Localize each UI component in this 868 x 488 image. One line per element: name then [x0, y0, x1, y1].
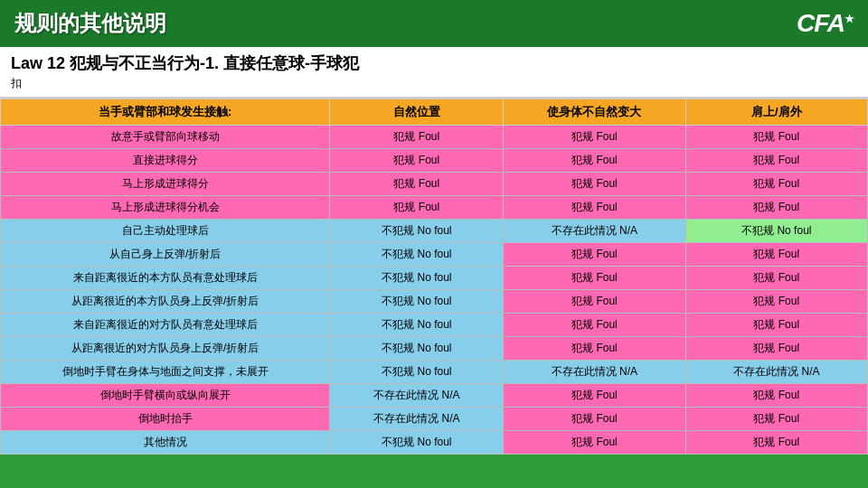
- cell-unnatural: 犯规 Foul: [504, 314, 685, 337]
- cell-natural: 不犯规 No foul: [330, 431, 504, 455]
- table-header-row: 当手或臂部和球发生接触: 自然位置 使身体不自然变大 肩上/肩外: [1, 99, 868, 126]
- cell-unnatural: 犯规 Foul: [504, 126, 685, 149]
- cell-natural: 犯规 Foul: [330, 149, 504, 173]
- cell-shoulder: 不存在此情况 N/A: [685, 361, 867, 384]
- cell-action: 马上形成进球得分机会: [1, 196, 330, 220]
- cell-action: 从自己身上反弹/折射后: [1, 243, 330, 267]
- cell-natural: 不犯规 No foul: [330, 361, 504, 384]
- cell-action: 故意手或臂部向球移动: [1, 126, 330, 149]
- col-header-natural: 自然位置: [330, 99, 504, 126]
- cell-shoulder: 犯规 Foul: [685, 290, 867, 314]
- table-row: 马上形成进球得分机会犯规 Foul犯规 Foul犯规 Foul: [1, 196, 868, 220]
- cell-shoulder: 犯规 Foul: [685, 173, 867, 196]
- cell-unnatural: 犯规 Foul: [504, 384, 685, 408]
- cell-action: 直接进球得分: [1, 149, 330, 173]
- table-row: 倒地时手臂横向或纵向展开不存在此情况 N/A犯规 Foul犯规 Foul: [1, 384, 868, 408]
- cell-action: 马上形成进球得分: [1, 173, 330, 196]
- cell-natural: 犯规 Foul: [330, 196, 504, 220]
- col-header-action: 当手或臂部和球发生接触:: [1, 99, 330, 126]
- cell-unnatural: 犯规 Foul: [504, 173, 685, 196]
- cell-unnatural: 犯规 Foul: [504, 290, 685, 314]
- cell-action: 倒地时手臂横向或纵向展开: [1, 384, 330, 408]
- cell-unnatural: 犯规 Foul: [504, 267, 685, 290]
- table-row: 倒地时抬手不存在此情况 N/A犯规 Foul犯规 Foul: [1, 408, 868, 431]
- header-title: 规则的其他说明: [14, 9, 166, 38]
- col-header-shoulder: 肩上/肩外: [685, 99, 867, 126]
- cell-unnatural: 犯规 Foul: [504, 149, 685, 173]
- cell-unnatural: 犯规 Foul: [504, 196, 685, 220]
- cell-shoulder: 犯规 Foul: [685, 267, 867, 290]
- table-row: 故意手或臂部向球移动犯规 Foul犯规 Foul犯规 Foul: [1, 126, 868, 149]
- cell-action: 从距离很近的对方队员身上反弹/折射后: [1, 337, 330, 361]
- cell-natural: 不犯规 No foul: [330, 267, 504, 290]
- table-body: 故意手或臂部向球移动犯规 Foul犯规 Foul犯规 Foul直接进球得分犯规 …: [1, 126, 868, 455]
- subtitle-text: Law 12 犯规与不正当行为-1. 直接任意球-手球犯: [11, 52, 857, 74]
- cell-shoulder: 犯规 Foul: [685, 337, 867, 361]
- table-row: 直接进球得分犯规 Foul犯规 Foul犯规 Foul: [1, 149, 868, 173]
- cell-natural: 不存在此情况 N/A: [330, 408, 504, 431]
- table-row: 从距离很近的本方队员身上反弹/折射后不犯规 No foul犯规 Foul犯规 F…: [1, 290, 868, 314]
- header: 规则的其他说明 CFA★: [0, 0, 868, 47]
- subtitle-bar: Law 12 犯规与不正当行为-1. 直接任意球-手球犯 扣: [0, 47, 868, 99]
- table-container: 当手或臂部和球发生接触: 自然位置 使身体不自然变大 肩上/肩外 故意手或臂部向…: [0, 99, 868, 455]
- cell-natural: 不存在此情况 N/A: [330, 384, 504, 408]
- cell-shoulder: 犯规 Foul: [685, 243, 867, 267]
- cell-shoulder: 犯规 Foul: [685, 408, 867, 431]
- cell-action: 自己主动处理球后: [1, 220, 330, 243]
- cell-unnatural: 犯规 Foul: [504, 337, 685, 361]
- cell-action: 来自距离很近的对方队员有意处理球后: [1, 314, 330, 337]
- col-header-unnatural: 使身体不自然变大: [504, 99, 685, 126]
- table-row: 其他情况不犯规 No foul犯规 Foul犯规 Foul: [1, 431, 868, 455]
- page-wrapper: 规则的其他说明 CFA★ Law 12 犯规与不正当行为-1. 直接任意球-手球…: [0, 0, 868, 488]
- table-row: 马上形成进球得分犯规 Foul犯规 Foul犯规 Foul: [1, 173, 868, 196]
- cell-natural: 不犯规 No foul: [330, 290, 504, 314]
- table-row: 从距离很近的对方队员身上反弹/折射后不犯规 No foul犯规 Foul犯规 F…: [1, 337, 868, 361]
- table-row: 倒地时手臂在身体与地面之间支撑，未展开不犯规 No foul不存在此情况 N/A…: [1, 361, 868, 384]
- cell-action: 从距离很近的本方队员身上反弹/折射后: [1, 290, 330, 314]
- cell-natural: 犯规 Foul: [330, 173, 504, 196]
- cell-shoulder: 犯规 Foul: [685, 149, 867, 173]
- cell-natural: 不犯规 No foul: [330, 314, 504, 337]
- cell-unnatural: 不存在此情况 N/A: [504, 220, 685, 243]
- cell-natural: 犯规 Foul: [330, 126, 504, 149]
- subtitle-sub: 扣: [11, 76, 857, 91]
- table-row: 自己主动处理球后不犯规 No foul不存在此情况 N/A不犯规 No foul: [1, 220, 868, 243]
- cell-action: 倒地时抬手: [1, 408, 330, 431]
- cell-shoulder: 犯规 Foul: [685, 196, 867, 220]
- cell-shoulder: 犯规 Foul: [685, 126, 867, 149]
- cell-shoulder: 犯规 Foul: [685, 431, 867, 455]
- table-row: 来自距离很近的本方队员有意处理球后不犯规 No foul犯规 Foul犯规 Fo…: [1, 267, 868, 290]
- cell-unnatural: 犯规 Foul: [504, 243, 685, 267]
- cfa-star: ★: [844, 13, 854, 25]
- cell-action: 倒地时手臂在身体与地面之间支撑，未展开: [1, 361, 330, 384]
- cfa-logo: CFA★: [797, 9, 854, 38]
- cell-shoulder: 犯规 Foul: [685, 314, 867, 337]
- cell-action: 其他情况: [1, 431, 330, 455]
- table-row: 来自距离很近的对方队员有意处理球后不犯规 No foul犯规 Foul犯规 Fo…: [1, 314, 868, 337]
- cell-action: 来自距离很近的本方队员有意处理球后: [1, 267, 330, 290]
- cell-shoulder: 不犯规 No foul: [685, 220, 867, 243]
- cell-unnatural: 犯规 Foul: [504, 408, 685, 431]
- cell-shoulder: 犯规 Foul: [685, 384, 867, 408]
- cell-unnatural: 不存在此情况 N/A: [504, 361, 685, 384]
- cell-natural: 不犯规 No foul: [330, 243, 504, 267]
- cell-unnatural: 犯规 Foul: [504, 431, 685, 455]
- cell-natural: 不犯规 No foul: [330, 337, 504, 361]
- main-table: 当手或臂部和球发生接触: 自然位置 使身体不自然变大 肩上/肩外 故意手或臂部向…: [0, 99, 868, 455]
- table-row: 从自己身上反弹/折射后不犯规 No foul犯规 Foul犯规 Foul: [1, 243, 868, 267]
- cell-natural: 不犯规 No foul: [330, 220, 504, 243]
